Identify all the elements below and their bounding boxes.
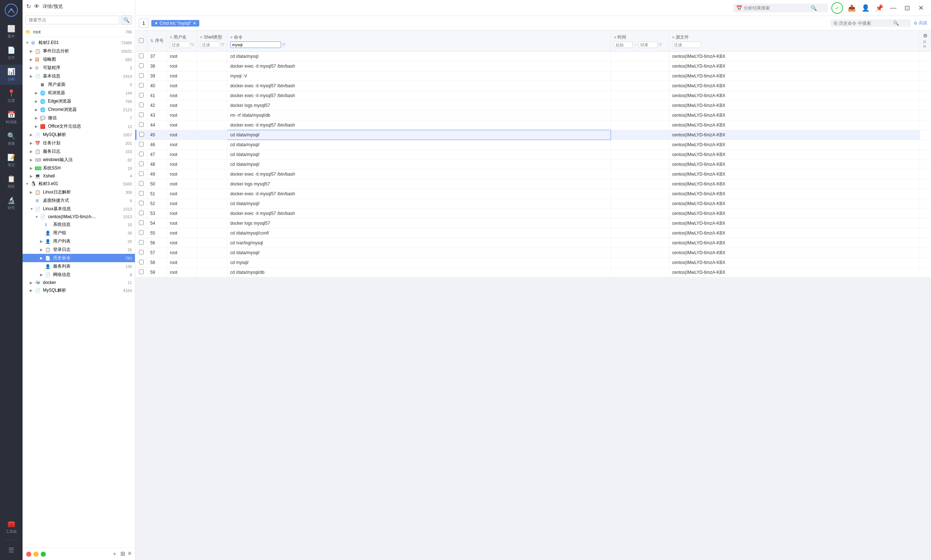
table-row[interactable]: 45 root cd /data/mysql/ centos(IMwLYD-6m…: [136, 130, 931, 140]
sidebar-item-location[interactable]: 📍 位置: [0, 86, 23, 106]
minimize-icon[interactable]: —: [888, 3, 898, 13]
tree-node-netinfo[interactable]: ▶ 📄 网络信息 8: [23, 271, 135, 279]
table-row[interactable]: 49 root docker exec -it mysql57 /bin/bas…: [136, 169, 931, 179]
restore-icon[interactable]: ⊡: [902, 3, 912, 13]
col-shell[interactable]: ≡ Shell类型 ▽: [197, 31, 227, 52]
table-row[interactable]: 43 root rm -rf /data/mysql/db centos(IMw…: [136, 111, 931, 120]
row-checkbox[interactable]: [139, 240, 144, 245]
table-row[interactable]: 40 root docker exec -it mysql57 /bin/bas…: [136, 81, 931, 91]
maximize-dot[interactable]: [41, 552, 46, 557]
table-row[interactable]: 51 root docker exec -it mysql57 /bin/bas…: [136, 189, 931, 199]
row-checkbox[interactable]: [139, 162, 144, 166]
tree-node-xshell[interactable]: ▶ 💻 Xshell 4: [23, 172, 135, 180]
row-checkbox[interactable]: [139, 103, 144, 107]
sidebar-item-notes[interactable]: 📝 笔记: [0, 151, 23, 171]
shell-filter-input[interactable]: [200, 42, 220, 48]
tree-node-task-plan[interactable]: ▶ 📅 任务计划 201: [23, 139, 135, 147]
table-row[interactable]: 52 root cd /data/mysql/ centos(IMwLYD-6m…: [136, 199, 931, 209]
filter-count-badge[interactable]: 1: [139, 18, 148, 28]
select-all-checkbox[interactable]: [139, 38, 144, 43]
sidebar-item-menu[interactable]: ☰: [0, 543, 23, 557]
tree-node-jiancai2[interactable]: ▼ 🖥 检材2.E01 73485: [23, 38, 135, 47]
node-search-button[interactable]: 🔍: [121, 15, 132, 25]
sidebar-item-report[interactable]: 📋 报告: [0, 172, 23, 192]
row-checkbox[interactable]: [139, 181, 144, 186]
row-checkbox[interactable]: [139, 112, 144, 117]
calendar-icon[interactable]: 📅: [736, 5, 742, 11]
sidebar-item-file[interactable]: 📄 文件: [0, 43, 23, 63]
sidebar-item-timeline[interactable]: 📅 时间线: [0, 108, 23, 128]
user-filter-icon[interactable]: ▽: [191, 42, 194, 47]
tree-node-runprog[interactable]: ▶ ⚙ 可疑程序 2: [23, 64, 135, 72]
refresh-button[interactable]: ↻: [26, 3, 31, 10]
row-checkbox[interactable]: [139, 63, 144, 68]
row-checkbox[interactable]: [139, 230, 144, 235]
tree-node-userlist[interactable]: ▶ 👤 用户列表 20: [23, 237, 135, 245]
table-row[interactable]: 41 root docker exec -it mysql57 /bin/bas…: [136, 91, 931, 101]
table-row[interactable]: 54 root docker logs mysql57 centos(IMwLY…: [136, 218, 931, 228]
tree-node-office-meta[interactable]: ▶ 🟥 Office文件元信息 12: [23, 122, 135, 131]
tree-node-wechat[interactable]: ▶ 💬 微信 7: [23, 114, 135, 122]
filter-tag-cmd[interactable]: ▼ Cmd inc "mysql" ✕: [151, 20, 199, 26]
tree-node-basicinfo[interactable]: ▶ 📄 基本信息 2414: [23, 72, 135, 80]
root-node[interactable]: 📁 root 780: [23, 27, 135, 37]
table-row[interactable]: 50 root docker logs mysql57 centos(IMwLY…: [136, 179, 931, 189]
cmd-filter-icon[interactable]: ▽: [282, 42, 285, 47]
row-checkbox[interactable]: [139, 269, 144, 274]
time-filter-icon[interactable]: ▽: [659, 42, 662, 47]
tree-node-centos[interactable]: ▼ 📄 centos(IMwLYD-6mzA-... 1013: [23, 213, 135, 220]
col-src[interactable]: ≡ 源文件: [669, 31, 920, 52]
row-checkbox[interactable]: [139, 220, 144, 225]
tree-node-servicelist[interactable]: ▶ 👤 服务列表 130: [23, 262, 135, 271]
row-checkbox[interactable]: [139, 73, 144, 78]
table-row[interactable]: 38 root docker exec -it mysql57 /bin/bas…: [136, 62, 931, 71]
table-row[interactable]: 56 root cd /var/log/mysql centos(IMwLYD-…: [136, 238, 931, 248]
check-circle-button[interactable]: ✓: [831, 2, 843, 14]
shell-filter-icon[interactable]: ▽: [221, 42, 224, 47]
pin-icon[interactable]: 📌: [874, 3, 885, 13]
tree-node-ssh[interactable]: ▶ SSH 系统SSH 19: [23, 164, 135, 172]
user-filter-input[interactable]: [170, 42, 190, 48]
sidebar-item-research[interactable]: 🔬 研究: [0, 194, 23, 214]
table-row[interactable]: 48 root cd /data/mysql/ centos(IMwLYD-6m…: [136, 160, 931, 169]
user-icon[interactable]: 👤: [860, 3, 871, 13]
row-checkbox[interactable]: [139, 132, 144, 137]
table-row[interactable]: 57 root cd /data/mysql/ centos(IMwLYD-6m…: [136, 248, 931, 258]
filter-tag-close[interactable]: ✕: [193, 21, 196, 26]
tree-node-desktop-shortcut[interactable]: ▶ 🖥 桌面快捷方式 6: [23, 196, 135, 205]
row-checkbox[interactable]: [139, 122, 144, 127]
history-search-input[interactable]: [834, 21, 892, 26]
export-icon[interactable]: 📤: [846, 3, 857, 13]
row-checkbox[interactable]: [139, 211, 144, 215]
tree-node-loginlog[interactable]: ▶ 📋 登录日志 26: [23, 245, 135, 254]
global-search-icon[interactable]: 🔍: [811, 5, 817, 11]
col-time[interactable]: ≡ 时间 → ▽: [611, 31, 669, 52]
table-row[interactable]: 59 root cd /data/mysql/db centos(IMwLYD-…: [136, 268, 931, 277]
sidebar-item-search[interactable]: 🔍 搜索: [0, 129, 23, 149]
table-row[interactable]: 58 root cd mysql/ centos(IMwLYD-6mzA-KBX: [136, 258, 931, 268]
cmd-filter-input[interactable]: [230, 42, 281, 48]
tree-node-mysql-analysis[interactable]: ▶ 📄 MySQL解析 3357: [23, 131, 135, 139]
row-checkbox[interactable]: [139, 152, 144, 156]
row-checkbox[interactable]: [139, 142, 144, 146]
tree-node-service-log[interactable]: ▶ 📋 服务日志 103: [23, 147, 135, 155]
list-view-icon[interactable]: ≡: [128, 550, 131, 558]
history-search-icon[interactable]: 🔍: [893, 20, 899, 26]
col-user[interactable]: ≡ 用户名 ▽: [167, 31, 197, 52]
tree-node-jiancai3[interactable]: ▼ 🐧 检材3.e01 5500: [23, 180, 135, 188]
sidebar-item-analysis[interactable]: 📊 分析: [0, 65, 23, 85]
row-checkbox[interactable]: [139, 83, 144, 88]
table-row[interactable]: 53 root docker exec -it mysql57 /bin/bas…: [136, 209, 931, 218]
col-seq[interactable]: ⇅ 序号: [147, 31, 167, 52]
table-row[interactable]: 47 root cd /data/mysql/ centos(IMwLYD-6m…: [136, 150, 931, 160]
col-settings[interactable]: ⚙ 设列: [920, 31, 931, 52]
tree-node-usergroup[interactable]: ▶ 👤 用户组 39: [23, 229, 135, 237]
tree-node-edge[interactable]: ▶ 🌐 Edge浏览器 766: [23, 97, 135, 105]
tree-node-desktop[interactable]: ▶ 🖥 用户桌面 5: [23, 80, 135, 89]
tree-node-thumbnail[interactable]: ▶ 🖼 缩略图 682: [23, 55, 135, 64]
advanced-search-button[interactable]: ⚙ 高级: [914, 20, 927, 26]
grid-view-icon[interactable]: ⊞: [120, 550, 125, 558]
app-logo[interactable]: [4, 3, 18, 17]
time-start-input[interactable]: [614, 42, 633, 48]
close-icon[interactable]: ✕: [916, 3, 926, 13]
